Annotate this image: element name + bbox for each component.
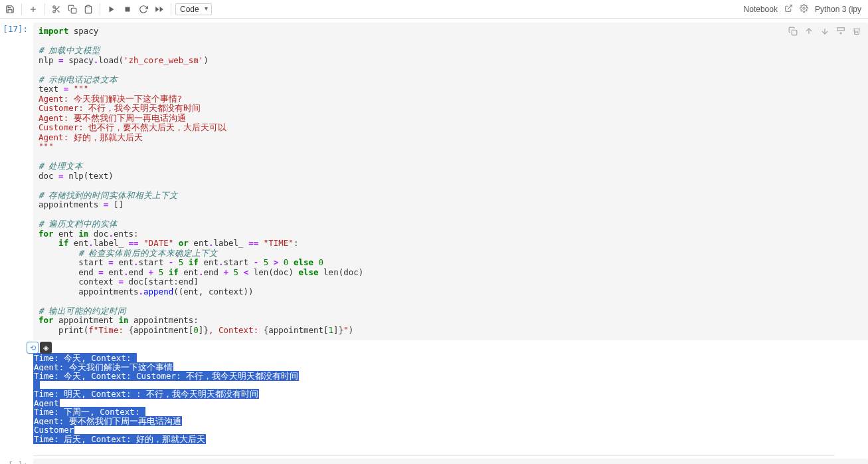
output-prompt: [0, 343, 33, 449]
toolbar-right: Notebook Python 3 (ipy: [744, 4, 865, 15]
move-down-button[interactable]: [819, 25, 831, 37]
insert-above-button[interactable]: [835, 25, 847, 37]
execution-count-prompt: [17]:: [0, 24, 33, 340]
svg-rect-18: [837, 28, 845, 31]
output-text[interactable]: Time: 今天, Context: Agent: 今天我们解决一下这个事情 T…: [33, 351, 868, 449]
empty-cell-body: [33, 459, 868, 464]
svg-marker-11: [160, 6, 163, 11]
settings-icon[interactable]: [800, 4, 808, 15]
cut-button[interactable]: [49, 2, 64, 17]
output-row: ⟲ ◈ Time: 今天, Context: Agent: 今天我们解决一下这个…: [0, 340, 868, 449]
assist-button-blue[interactable]: ⟲: [27, 342, 39, 354]
toolbar-divider: [44, 3, 45, 15]
svg-rect-15: [792, 30, 797, 35]
add-cell-button[interactable]: [26, 2, 41, 17]
toolbar-divider: [171, 3, 171, 15]
kernel-label: Python 3 (ipy: [815, 5, 861, 14]
notebook-label: Notebook: [744, 5, 778, 14]
duplicate-cell-button[interactable]: [787, 25, 799, 37]
svg-rect-8: [87, 5, 90, 7]
move-up-button[interactable]: [803, 25, 815, 37]
toolbar-divider: [21, 3, 22, 15]
svg-point-14: [803, 7, 805, 9]
code-editor[interactable]: import spacy # 加载中文模型 nlp = spacy.load('…: [33, 23, 868, 340]
assist-button-dark[interactable]: ◈: [40, 342, 52, 354]
svg-marker-9: [110, 6, 114, 12]
stop-button[interactable]: [120, 2, 135, 17]
empty-prompt: [ ]:: [0, 460, 33, 464]
cell-toolbar: [787, 25, 863, 37]
svg-line-13: [788, 5, 792, 9]
code-cell-row: [17]: import spacy # 加载中文模型 nlp = spacy.…: [0, 19, 868, 340]
svg-marker-12: [155, 6, 159, 11]
svg-rect-7: [71, 8, 76, 13]
open-external-icon[interactable]: [784, 4, 793, 15]
cell-type-select[interactable]: Code: [175, 3, 212, 15]
code-cell-body: import spacy # 加载中文模型 nlp = spacy.load('…: [33, 23, 868, 340]
svg-rect-10: [126, 7, 130, 11]
cell-type-select-wrap: Code: [175, 3, 212, 15]
fast-forward-button[interactable]: [152, 2, 167, 17]
output-side-buttons: ⟲ ◈: [27, 342, 52, 354]
delete-cell-button[interactable]: [851, 25, 863, 37]
save-button[interactable]: [3, 2, 17, 17]
toolbar-divider: [100, 3, 100, 15]
svg-line-6: [55, 7, 56, 9]
output-body: ⟲ ◈ Time: 今天, Context: Agent: 今天我们解决一下这个…: [33, 342, 868, 449]
paste-button[interactable]: [81, 2, 96, 17]
empty-code-editor[interactable]: [33, 459, 868, 464]
svg-line-5: [57, 10, 59, 12]
svg-point-2: [53, 5, 56, 8]
restart-button[interactable]: [136, 2, 151, 17]
empty-cell-row: [ ]:: [0, 456, 868, 464]
copy-button[interactable]: [65, 2, 80, 17]
run-button[interactable]: [104, 2, 119, 17]
toolbar-left: Code: [3, 2, 212, 17]
notebook-toolbar: Code Notebook Python 3 (ipy: [0, 0, 868, 19]
svg-point-3: [53, 10, 56, 13]
